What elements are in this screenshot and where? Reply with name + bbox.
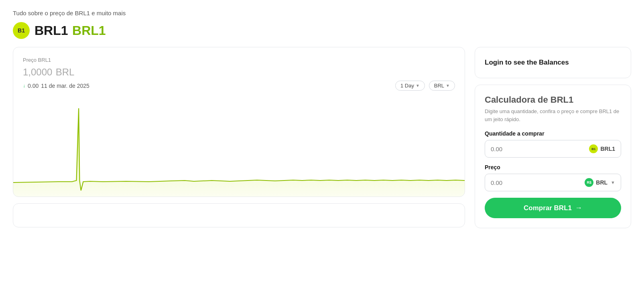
buy-arrow-icon: →: [575, 204, 582, 212]
change-value: 0.00: [28, 83, 39, 89]
quantity-input[interactable]: [491, 146, 589, 152]
second-card: [13, 203, 465, 227]
quantity-currency-label: BRL1: [600, 146, 615, 152]
price-change-row: ↓ 0.00 11 de mar. de 2025 1 Day ▼ BRL ▼: [23, 81, 455, 91]
brl1-badge-icon: B1: [589, 144, 598, 153]
token-name: BRL1 BRL1: [35, 23, 106, 38]
quantity-currency-wrapper: B1 BRL1: [589, 144, 615, 153]
calculator-card: Calculadora de BRL1 Digite uma quantidad…: [475, 85, 631, 228]
currency-chevron-icon: ▼: [446, 83, 450, 88]
page-subtitle: Tudo sobre o preço de BRL1 e muito mais: [13, 10, 631, 16]
currency-selector[interactable]: BRL ▼: [429, 81, 455, 91]
price-currency-wrapper: R$ BRL ▼: [585, 178, 615, 187]
buy-button[interactable]: Comprar BRL1 →: [485, 198, 621, 218]
right-panel: Login to see the Balances Calculadora de…: [475, 47, 631, 228]
main-layout: Preço BRL1 1,0000 BRL ↓ 0.00 11 de mar. …: [13, 47, 631, 228]
quantity-label: Quantidade a comprar: [485, 130, 621, 137]
calculator-subtitle: Digite uma quantidade, confira o preço e…: [485, 107, 621, 123]
login-card: Login to see the Balances: [475, 47, 631, 78]
price-change: ↓ 0.00 11 de mar. de 2025: [23, 83, 89, 89]
price-chart-card: Preço BRL1 1,0000 BRL ↓ 0.00 11 de mar. …: [13, 47, 465, 197]
change-date: 11 de mar. de 2025: [41, 83, 89, 89]
price-value: 1,0000 BRL: [23, 65, 455, 78]
token-name-sub: BRL1: [72, 23, 106, 38]
chart-controls: 1 Day ▼ BRL ▼: [395, 81, 455, 91]
left-panel: Preço BRL1 1,0000 BRL ↓ 0.00 11 de mar. …: [13, 47, 465, 227]
token-logo: B1: [13, 22, 30, 39]
period-label: 1 Day: [400, 83, 414, 89]
quantity-input-wrapper[interactable]: B1 BRL1: [485, 140, 621, 158]
token-name-main: BRL1: [35, 23, 68, 38]
change-arrow-icon: ↓: [23, 83, 25, 89]
price-currency-label: BRL: [596, 179, 607, 186]
buy-button-label: Comprar BRL1: [524, 204, 572, 212]
currency-label: BRL: [434, 83, 444, 89]
price-number: 1,0000: [23, 67, 52, 77]
price-label: Preço: [485, 164, 621, 170]
price-label: Preço BRL1: [23, 57, 455, 63]
price-input-wrapper[interactable]: R$ BRL ▼: [485, 174, 621, 191]
period-chevron-icon: ▼: [416, 83, 420, 88]
price-input[interactable]: [491, 179, 585, 186]
brl-badge-icon: R$: [585, 178, 593, 187]
price-currency: BRL: [56, 67, 75, 77]
calculator-title: Calculadora de BRL1: [485, 95, 621, 105]
token-header: B1 BRL1 BRL1: [13, 22, 631, 39]
price-currency-chevron-icon[interactable]: ▼: [611, 180, 615, 185]
login-card-title: Login to see the Balances: [485, 59, 621, 67]
period-selector[interactable]: 1 Day ▼: [395, 81, 425, 91]
price-chart: [13, 96, 465, 197]
